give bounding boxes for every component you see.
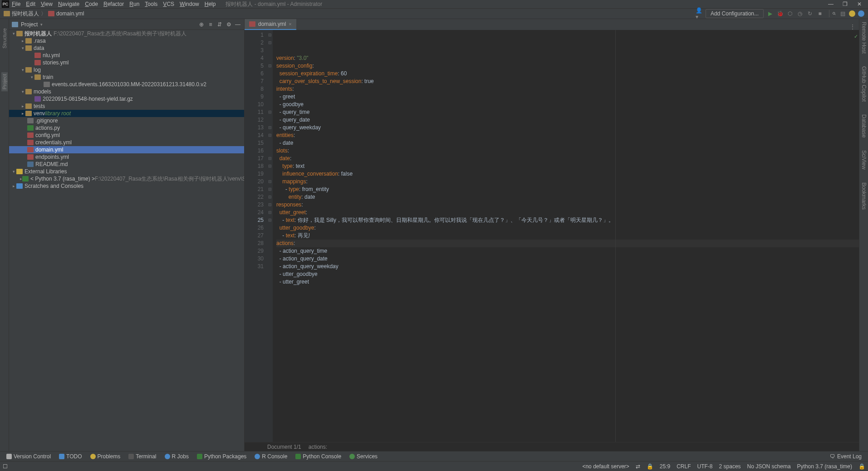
search-icon[interactable] xyxy=(829,10,836,17)
tree-item[interactable]: tests xyxy=(9,103,244,110)
tree-item[interactable]: log xyxy=(9,66,244,74)
tree-item[interactable]: README.md xyxy=(9,161,244,168)
bottom-tab-python-packages[interactable]: Python Packages xyxy=(193,452,250,461)
status-message-icon[interactable]: ☐ xyxy=(3,463,9,470)
code-area[interactable]: version: "3.0"session_config: session_ex… xyxy=(273,30,859,442)
code-path[interactable]: actions: xyxy=(309,444,327,450)
tree-arrow-icon[interactable] xyxy=(29,75,34,79)
close-button[interactable]: ✕ xyxy=(857,1,863,7)
status-indent[interactable]: 2 spaces xyxy=(719,463,741,470)
tree-item[interactable]: stories.yml xyxy=(9,59,244,66)
tab-options-icon[interactable]: ⋮ xyxy=(850,24,859,30)
tree-arrow-icon[interactable] xyxy=(20,39,25,43)
tree-arrow-icon[interactable] xyxy=(11,169,16,174)
tree-arrow-icon[interactable] xyxy=(20,46,25,50)
expand-all-icon[interactable]: ≡ xyxy=(207,21,214,28)
settings-icon[interactable]: ▤ xyxy=(839,10,846,17)
bottom-tab-services[interactable]: Services xyxy=(346,452,381,461)
status-eol[interactable]: CRLF xyxy=(677,463,691,470)
panel-settings-icon[interactable]: ⚙ xyxy=(225,21,232,28)
tree-item[interactable]: 20220915-081548-honest-yield.tar.gz xyxy=(9,95,244,103)
maximize-button[interactable]: ❐ xyxy=(843,1,848,7)
connection-icon[interactable]: ⇄ xyxy=(636,463,640,470)
stop-icon[interactable]: ■ xyxy=(816,10,824,17)
lock-icon[interactable]: 🔒 xyxy=(647,463,653,470)
tree-item[interactable]: venv library root xyxy=(9,110,244,117)
tree-item-active[interactable]: domain.yml xyxy=(9,146,244,153)
bottom-tab-r-console[interactable]: R Console xyxy=(251,452,291,461)
status-schema[interactable]: No JSON schema xyxy=(747,463,791,470)
tree-item[interactable]: credentials.yml xyxy=(9,139,244,146)
sidebar-tab-copilot[interactable]: GitHub Copilot xyxy=(860,64,868,103)
menu-vcs[interactable]: VCS xyxy=(160,0,177,8)
tree-item[interactable]: data xyxy=(9,44,244,52)
menu-help[interactable]: Help xyxy=(202,0,219,8)
status-padlock-icon[interactable]: 🔒 xyxy=(858,463,865,470)
project-tree[interactable]: 报时机器人 F:\20220407_Rasa生态系统\Rasa相关例子\报时机器… xyxy=(9,30,244,451)
check-icon[interactable]: ✓ xyxy=(854,34,858,39)
tree-item[interactable]: config.yml xyxy=(9,132,244,139)
coverage-icon[interactable]: ⬡ xyxy=(786,10,794,17)
tree-item[interactable]: < Python 3.7 (rasa_time) > F:\20220407_R… xyxy=(9,175,244,182)
menu-code[interactable]: Code xyxy=(82,0,101,8)
menu-tools[interactable]: Tools xyxy=(142,0,160,8)
sidebar-tab-remote-host[interactable]: Remote Host xyxy=(860,20,868,55)
bottom-tab-version-control[interactable]: Version Control xyxy=(3,452,54,461)
notification-badge-icon[interactable] xyxy=(849,10,855,17)
nav-breadcrumb[interactable]: 报时机器人 〉 domain.yml xyxy=(4,10,84,18)
status-position[interactable]: 25:9 xyxy=(660,463,670,470)
tree-item[interactable]: train xyxy=(9,74,244,81)
fold-gutter[interactable]: ⊟⊟⊟⊟⊟⊟⊟⊟⊟⊟⊟⊟⊟⊟ xyxy=(267,30,273,442)
menu-edit[interactable]: Edit xyxy=(23,0,38,8)
add-config-button[interactable]: Add Configuration... xyxy=(706,9,764,18)
bottom-tab-python-console[interactable]: Python Console xyxy=(292,452,345,461)
menu-file[interactable]: File xyxy=(9,0,23,8)
sidebar-tab-structure[interactable]: Structure xyxy=(2,28,7,49)
status-sdk[interactable]: Python 3.7 (rasa_time) xyxy=(797,463,852,470)
project-dropdown[interactable]: Project xyxy=(21,21,38,28)
tree-item[interactable]: events.out.tfevents.1663201030.MM-202203… xyxy=(9,81,244,88)
tree-item[interactable]: .gitignore xyxy=(9,117,244,124)
editor-body[interactable]: 1234567891011121314151617181920212223242… xyxy=(245,30,859,442)
menu-view[interactable]: View xyxy=(38,0,55,8)
tree-item[interactable]: Scratches and Consoles xyxy=(9,182,244,190)
tree-arrow-icon[interactable] xyxy=(20,68,25,72)
status-server[interactable]: <no default server> xyxy=(582,463,629,470)
menu-run[interactable]: Run xyxy=(127,0,142,8)
run-icon[interactable]: ▶ xyxy=(766,10,774,17)
tree-arrow-icon[interactable] xyxy=(20,89,25,94)
sidebar-tab-bookmarks[interactable]: Bookmarks xyxy=(860,181,868,211)
tree-arrow-icon[interactable] xyxy=(11,31,16,36)
sidebar-tab-project[interactable]: Project xyxy=(1,72,8,91)
status-encoding[interactable]: UTF-8 xyxy=(697,463,713,470)
debug-icon[interactable]: 🐞 xyxy=(776,10,784,17)
bottom-tab-todo[interactable]: TODO xyxy=(55,452,85,461)
chevron-down-icon[interactable]: ▾ xyxy=(40,22,43,27)
user-switch-icon[interactable]: 👤▾ xyxy=(696,10,703,17)
menu-navigate[interactable]: Navigate xyxy=(55,0,82,8)
sidebar-tab-sciview[interactable]: SciView xyxy=(860,148,868,171)
minimize-button[interactable]: — xyxy=(828,1,834,7)
rerun-icon[interactable]: ↻ xyxy=(806,10,814,17)
tree-arrow-icon[interactable] xyxy=(20,104,25,108)
tree-root[interactable]: 报时机器人 F:\20220407_Rasa生态系统\Rasa相关例子\报时机器… xyxy=(9,30,244,37)
bottom-tab-r-jobs[interactable]: R Jobs xyxy=(161,452,192,461)
event-log-button[interactable]: 🗨Event Log xyxy=(826,452,865,461)
profile-icon[interactable]: ◷ xyxy=(796,10,804,17)
tree-item[interactable]: nlu.yml xyxy=(9,52,244,59)
tree-item[interactable]: .rasa xyxy=(9,37,244,44)
editor-tab[interactable]: domain.yml × xyxy=(245,19,296,30)
account-avatar-icon[interactable] xyxy=(858,10,864,17)
sidebar-tab-database[interactable]: Database xyxy=(860,113,868,139)
tree-arrow-icon[interactable] xyxy=(20,111,25,116)
menu-window[interactable]: Window xyxy=(177,0,202,8)
tree-item[interactable]: endpoints.yml xyxy=(9,153,244,161)
menu-refactor[interactable]: Refactor xyxy=(101,0,127,8)
bottom-tab-problems[interactable]: Problems xyxy=(87,452,124,461)
tree-item[interactable]: External Libraries xyxy=(9,168,244,175)
close-tab-icon[interactable]: × xyxy=(289,21,291,27)
locate-icon[interactable]: ⊕ xyxy=(198,21,205,28)
tree-item[interactable]: models xyxy=(9,88,244,95)
tree-item[interactable]: actions.py xyxy=(9,124,244,132)
collapse-all-icon[interactable]: ⇵ xyxy=(216,21,223,28)
